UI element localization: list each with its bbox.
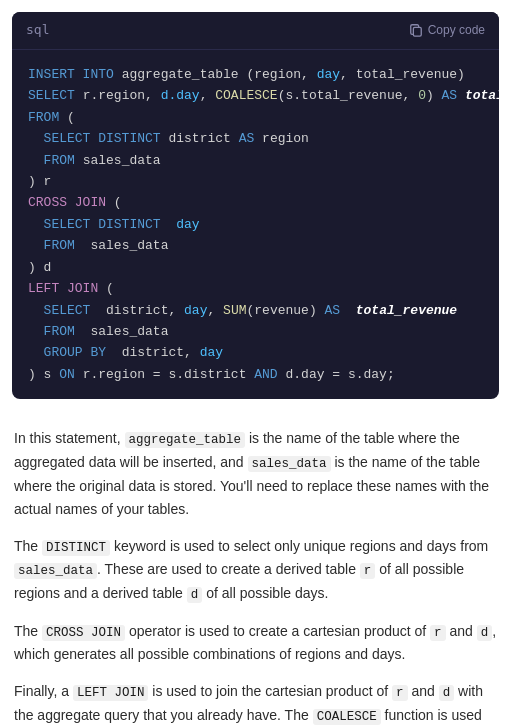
code-line-7: CROSS JOIN ( (28, 192, 483, 213)
prose-paragraph-2: The DISTINCT keyword is used to select o… (14, 535, 497, 606)
code-line-10: ) d (28, 257, 483, 278)
copy-label: Copy code (428, 23, 485, 37)
inline-code-d-3: d (439, 685, 455, 701)
prose-section: In this statement, aggregate_table is th… (0, 411, 511, 725)
code-language: sql (26, 20, 49, 41)
inline-code-coalesce: COALESCE (313, 709, 381, 725)
code-line-2: SELECT r.region, d.day, COALESCE(s.total… (28, 85, 483, 106)
code-line-6: ) r (28, 171, 483, 192)
inline-code-r-2: r (430, 625, 446, 641)
inline-code-sales-data-1: sales_data (248, 456, 331, 472)
code-line-3: FROM ( (28, 107, 483, 128)
prose-paragraph-3: The CROSS JOIN operator is used to creat… (14, 620, 497, 667)
inline-code-r: r (360, 563, 376, 579)
code-line-4: SELECT DISTINCT district AS region (28, 128, 483, 149)
code-content: INSERT INTO aggregate_table (region, day… (12, 50, 499, 400)
copy-icon (409, 23, 423, 37)
inline-code-r-3: r (392, 685, 408, 701)
inline-code-cross-join: CROSS JOIN (42, 625, 125, 641)
code-block: sql Copy code INSERT INTO aggregate_tabl… (12, 12, 499, 399)
code-line-9: FROM sales_data (28, 235, 483, 256)
inline-code-d: d (187, 587, 203, 603)
code-line-13: FROM sales_data (28, 321, 483, 342)
code-line-12: SELECT district, day, SUM(revenue) AS to… (28, 300, 483, 321)
inline-code-left-join: LEFT JOIN (73, 685, 149, 701)
inline-code-sales-data-2: sales_data (14, 563, 97, 579)
prose-paragraph-4: Finally, a LEFT JOIN is used to join the… (14, 680, 497, 725)
code-line-11: LEFT JOIN ( (28, 278, 483, 299)
code-line-5: FROM sales_data (28, 150, 483, 171)
svg-rect-0 (413, 28, 421, 37)
inline-code-d-2: d (477, 625, 493, 641)
inline-code-aggregate-table: aggregate_table (125, 432, 246, 448)
code-line-8: SELECT DISTINCT day (28, 214, 483, 235)
code-line-15: ) s ON r.region = s.district AND d.day =… (28, 364, 483, 385)
inline-code-distinct: DISTINCT (42, 540, 110, 556)
code-line-1: INSERT INTO aggregate_table (region, day… (28, 64, 483, 85)
code-header: sql Copy code (12, 12, 499, 50)
code-line-14: GROUP BY district, day (28, 342, 483, 363)
copy-code-button[interactable]: Copy code (409, 23, 485, 37)
prose-paragraph-1: In this statement, aggregate_table is th… (14, 427, 497, 520)
